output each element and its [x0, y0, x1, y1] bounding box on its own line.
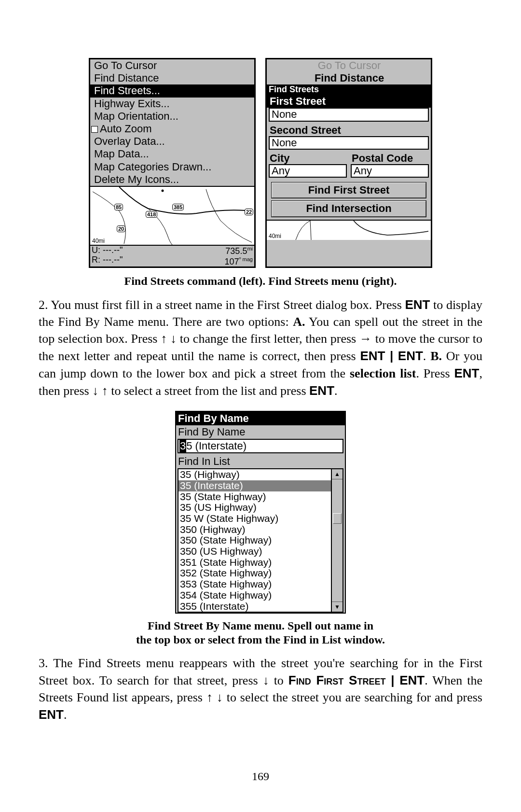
fbn-list-label: Find In List — [176, 455, 345, 468]
city-value[interactable]: Any — [269, 164, 347, 178]
menu-item[interactable]: Overlay Data... — [90, 135, 254, 148]
shield-20: 20 — [117, 225, 125, 232]
checkbox-icon[interactable] — [91, 126, 98, 133]
fbn-entry-rest: 5 (Interstate) — [186, 440, 247, 452]
fbn-list[interactable]: 35 (Highway)35 (Interstate)35 (State Hig… — [178, 468, 332, 613]
find-by-name-screen: Find By Name Find By Name 35 (Interstate… — [175, 411, 346, 614]
list-item[interactable]: 35 (US Highway) — [178, 502, 331, 513]
menu-item-label: Highway Exits... — [94, 98, 170, 110]
paragraph-2: 2. You must first fill in a street name … — [39, 296, 482, 399]
menu-item-label: Find Streets... — [94, 84, 160, 97]
map-strip-right: 40mi — [267, 220, 431, 240]
fbn-cursor-char: 3 — [179, 440, 186, 452]
menu-item[interactable]: Go To Cursor — [90, 59, 254, 72]
first-street-value[interactable]: None — [269, 108, 429, 121]
list-item[interactable]: 352 (State Highway) — [178, 568, 331, 579]
list-item[interactable]: 350 (State Highway) — [178, 535, 331, 546]
shield-385: 385 — [172, 204, 184, 210]
second-street-value[interactable]: None — [269, 136, 429, 150]
list-item[interactable]: 355 (Interstate) — [178, 601, 331, 612]
page-number: 169 — [0, 770, 521, 783]
menu-item[interactable]: Highway Exits... — [90, 98, 254, 110]
list-item[interactable]: 354 (State Highway) — [178, 590, 331, 601]
menu-item[interactable]: Auto Zoom — [90, 123, 254, 135]
dim-item-1: Go To Cursor — [267, 59, 431, 72]
list-item[interactable]: 350 (Highway) — [178, 524, 331, 535]
menu-item[interactable]: Find Streets... — [90, 84, 254, 97]
menu-item-label: Find Distance — [94, 72, 159, 84]
fbn-titlebar: Find By Name — [176, 412, 345, 425]
list-item[interactable]: 353 (State Highway) — [178, 579, 331, 590]
scroll-up-icon[interactable]: ▲ — [332, 469, 343, 479]
list-item[interactable]: 35 W (State Highway) — [178, 513, 331, 524]
gps-right-screen: Go To Cursor Find Distance Find Streets … — [265, 58, 432, 268]
menu-item[interactable]: Map Orientation... — [90, 110, 254, 123]
list-item[interactable]: 35 (State Highway) — [178, 491, 331, 503]
second-street-label: Second Street — [267, 124, 431, 136]
caption-2b: the top box or select from the Find in L… — [39, 633, 482, 646]
gps-left-screen: Go To CursorFind DistanceFind Streets...… — [89, 58, 256, 268]
first-street-header: First Street — [267, 95, 431, 108]
list-item[interactable]: 350 (US Highway) — [178, 546, 331, 557]
menu-item-label: Map Categories Drawn... — [94, 161, 211, 173]
menu-item-label: Overlay Data... — [94, 135, 165, 147]
scroll-thumb[interactable] — [333, 513, 342, 524]
map-scale: 40mi — [92, 238, 105, 244]
scroll-down-icon[interactable]: ▼ — [332, 602, 343, 612]
status-brg: 107º mag — [224, 256, 253, 267]
fbn-sublabel: Find By Name — [176, 425, 345, 439]
status-dist: 735.5mi — [224, 246, 253, 256]
menu-item-label: Map Orientation... — [94, 110, 178, 122]
menu-item[interactable]: Delete My Icons... — [90, 173, 254, 186]
status-r: R: ---.--" — [92, 255, 123, 265]
menu-item-label: Map Data... — [94, 148, 149, 160]
menu-item-label: Auto Zoom — [100, 123, 152, 135]
fbn-entry[interactable]: 35 (Interstate) — [178, 439, 343, 453]
caption-1: Find Streets command (left). Find Street… — [39, 275, 482, 288]
manual-page: Go To CursorFind DistanceFind Streets...… — [0, 0, 521, 812]
find-intersection-button[interactable]: Find Intersection — [272, 201, 426, 216]
shield-22: 22 — [245, 209, 253, 215]
menu-item[interactable]: Find Distance — [90, 72, 254, 84]
shield-418: 418 — [146, 211, 157, 218]
status-row: U: ---.--" R: ---.--" 735.5mi 107º mag — [90, 245, 254, 267]
city-label: City — [267, 152, 349, 164]
svg-text:40mi: 40mi — [269, 233, 281, 239]
menu-item[interactable]: Map Categories Drawn... — [90, 161, 254, 173]
find-streets-title: Find Streets — [267, 84, 431, 95]
map-svg: 40mi — [90, 187, 254, 245]
list-item[interactable]: 35 (Interstate) — [178, 480, 331, 491]
list-item[interactable]: 35 (Highway) — [178, 469, 331, 480]
menu-item[interactable]: Map Data... — [90, 148, 254, 160]
shield-85: 85 — [114, 204, 123, 210]
caption-2a: Find Street By Name menu. Spell out name… — [39, 619, 482, 632]
menu-item-label: Delete My Icons... — [94, 173, 179, 185]
figure-row-1: Go To CursorFind DistanceFind Streets...… — [39, 58, 482, 268]
menu-list: Go To CursorFind DistanceFind Streets...… — [90, 59, 254, 186]
menu-item-label: Go To Cursor — [94, 59, 157, 71]
find-first-street-button[interactable]: Find First Street — [272, 182, 426, 198]
paragraph-3: 3. The Find Streets menu reappears with … — [39, 655, 482, 723]
postal-value[interactable]: Any — [351, 164, 429, 178]
svg-point-0 — [162, 189, 164, 192]
map-strip-left: 40mi 85 385 418 20 22 — [90, 186, 254, 245]
list-item[interactable]: 351 (State Highway) — [178, 557, 331, 568]
dim-item-2: Find Distance — [267, 72, 431, 84]
status-u: U: ---.--" — [92, 246, 123, 255]
fbn-scrollbar[interactable]: ▲ ▼ — [332, 468, 343, 613]
postal-label: Postal Code — [349, 152, 431, 164]
